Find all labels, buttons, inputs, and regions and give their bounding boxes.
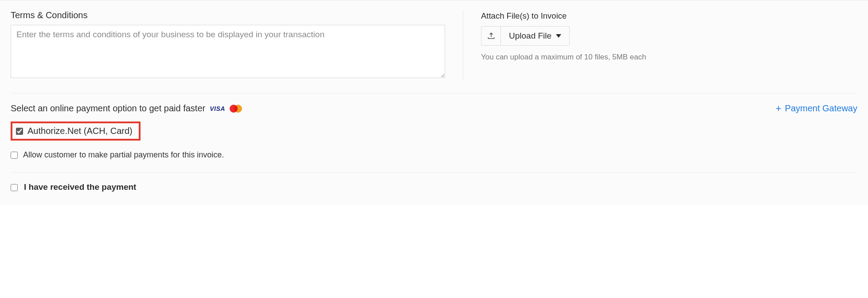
upload-file-container: Upload File	[481, 26, 570, 46]
received-payment-label: I have received the payment	[24, 182, 136, 192]
upload-hint: You can upload a maximum of 10 files, 5M…	[481, 53, 857, 62]
received-payment-option[interactable]: I have received the payment	[11, 182, 857, 192]
caret-down-icon	[556, 34, 561, 38]
attach-title: Attach File(s) to Invoice	[481, 11, 857, 21]
payment-prompt: Select an online payment option to get p…	[11, 103, 205, 114]
partial-payments-option[interactable]: Allow customer to make partial payments …	[11, 150, 857, 160]
visa-icon: VISA	[209, 105, 226, 112]
received-payment-checkbox[interactable]	[11, 184, 18, 191]
add-payment-gateway-link[interactable]: + Payment Gateway	[776, 103, 857, 114]
upload-icon	[487, 31, 496, 40]
gateway-option-authorize-net[interactable]: Authorize.Net (ACH, Card)	[11, 122, 141, 141]
terms-textarea[interactable]	[11, 25, 445, 78]
gateway-option-checkbox[interactable]	[16, 128, 23, 135]
partial-payments-label: Allow customer to make partial payments …	[23, 150, 224, 160]
plus-icon: +	[776, 104, 782, 114]
partial-payments-checkbox[interactable]	[11, 152, 18, 159]
mastercard-icon	[230, 105, 243, 113]
add-payment-gateway-label: Payment Gateway	[785, 103, 857, 114]
gateway-option-label: Authorize.Net (ACH, Card)	[27, 126, 133, 136]
upload-file-button[interactable]: Upload File	[501, 27, 569, 45]
upload-icon-box[interactable]	[481, 27, 501, 45]
upload-file-label: Upload File	[509, 31, 551, 41]
vertical-divider	[463, 10, 463, 80]
terms-title: Terms & Conditions	[11, 10, 445, 20]
